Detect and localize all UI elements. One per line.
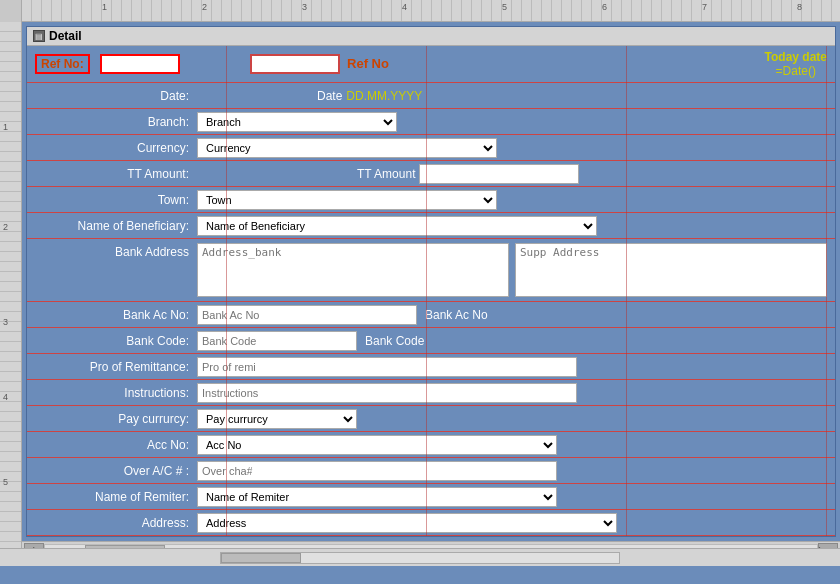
branch-select[interactable]: Branch: [197, 112, 397, 132]
currency-label: Currency:: [27, 141, 197, 155]
bank-ac-no-row: Bank Ac No: Bank Ac No: [27, 302, 835, 328]
beneficiary-select[interactable]: Name of Beneficiary: [197, 216, 597, 236]
bank-code-placeholder: Bank Code: [365, 334, 424, 348]
today-date-box: Today date =Date(): [765, 50, 827, 78]
ref-no-input[interactable]: [100, 54, 180, 74]
detail-icon: ▤: [33, 30, 45, 42]
acc-no-select[interactable]: Acc No: [197, 435, 557, 455]
bank-ac-no-input[interactable]: [197, 305, 417, 325]
address-select[interactable]: Address: [197, 513, 617, 533]
scrollbar-track-h[interactable]: [44, 544, 818, 549]
beneficiary-field-col: Name of Beneficiary: [197, 216, 835, 236]
date-label: Date:: [27, 89, 197, 103]
remiter-row: Name of Remiter: Name of Remiter: [27, 484, 835, 510]
town-label: Town:: [27, 193, 197, 207]
beneficiary-row: Name of Beneficiary: Name of Beneficiary: [27, 213, 835, 239]
h-scrollbar[interactable]: ◀ ▶: [22, 541, 840, 548]
ref-no-field[interactable]: [250, 54, 340, 74]
remiter-select[interactable]: Name of Remiter: [197, 487, 557, 507]
today-date-formula: =Date(): [765, 64, 827, 78]
town-row: Town: Town: [27, 187, 835, 213]
date-inline-label: Date: [317, 89, 342, 103]
tt-amount-inline-label: TT Amount: [357, 167, 415, 181]
bottom-scrollbar-track[interactable]: [220, 552, 620, 564]
remiter-field-col: Name of Remiter: [197, 487, 835, 507]
over-ac-field-col: Over cha#: [197, 461, 835, 481]
acc-no-row: Acc No: Acc No: [27, 432, 835, 458]
address-row: Address: Address: [27, 510, 835, 536]
bottom-scrollbar-thumb[interactable]: [221, 553, 301, 563]
pro-of-remittance-placeholder: Pro of remi: [341, 360, 400, 374]
instructions-label: Instructions:: [27, 386, 197, 400]
remiter-label: Name of Remiter:: [27, 490, 197, 504]
currency-select[interactable]: Currency: [197, 138, 497, 158]
town-field-col: Town: [197, 190, 835, 210]
detail-title-bar: ▤ Detail: [27, 27, 835, 46]
bank-code-input[interactable]: [197, 331, 357, 351]
scroll-right-btn[interactable]: ▶: [818, 543, 838, 549]
bank-address-label: Bank Address: [27, 239, 197, 301]
ref-no-label: Ref No:: [35, 54, 90, 74]
beneficiary-label: Name of Beneficiary:: [27, 219, 197, 233]
instructions-placeholder: Instructions: [341, 386, 402, 400]
tt-amount-field-col: TT Amount: [197, 164, 835, 184]
bank-ac-no-label: Bank Ac No:: [27, 308, 197, 322]
grid-container: Ref No: Ref No Today date =Date() Date:: [27, 46, 835, 536]
pay-currency-row: Pay currurcy: Pay currurcy: [27, 406, 835, 432]
ruler-corner: [0, 0, 22, 22]
bank-ac-no-field-col: Bank Ac No: [197, 305, 835, 325]
bank-code-row: Bank Code: Bank Code: [27, 328, 835, 354]
over-ac-row: Over A/C # : Over cha#: [27, 458, 835, 484]
currency-row: Currency: Currency: [27, 135, 835, 161]
pro-of-remittance-label: Pro of Remittance:: [27, 360, 197, 374]
ruler-left: 1 2 3 4 5: [0, 22, 22, 548]
supp-address-textarea[interactable]: [515, 243, 827, 297]
date-placeholder: DD.MM.YYYY: [346, 89, 422, 103]
bottom-bar: [0, 548, 840, 566]
branch-field-col: Branch: [197, 112, 835, 132]
tt-amount-label: TT Amount:: [27, 167, 197, 181]
detail-panel: ▤ Detail Ref No: Ref No Today date =: [26, 26, 836, 537]
tt-amount-input[interactable]: [419, 164, 579, 184]
ref-no-field-label-text: Ref No: [250, 54, 389, 74]
scrollbar-thumb-h[interactable]: [85, 545, 165, 549]
currency-field-col: Currency: [197, 138, 835, 158]
over-ac-placeholder: Over cha#: [251, 464, 306, 478]
branch-row: Branch: Branch: [27, 109, 835, 135]
ref-no-row: Ref No: Ref No Today date =Date(): [27, 46, 835, 83]
instructions-row: Instructions: Instructions: [27, 380, 835, 406]
bank-code-label: Bank Code:: [27, 334, 197, 348]
bank-code-field-col: Bank Code: [197, 331, 835, 351]
content-area: ▤ Detail Ref No: Ref No Today date =: [22, 22, 840, 548]
pay-currency-field-col: Pay currurcy: [197, 409, 835, 429]
pro-of-remittance-row: Pro of Remittance: Pro of remi: [27, 354, 835, 380]
detail-title: Detail: [49, 29, 82, 43]
acc-no-field-col: Acc No: [197, 435, 835, 455]
bank-ac-no-placeholder: Bank Ac No: [425, 308, 488, 322]
bank-address-fields: [197, 239, 835, 301]
address-bank-textarea[interactable]: [197, 243, 509, 297]
pro-of-remittance-field-col: Pro of remi: [197, 357, 835, 377]
ruler-scale: 1 2 3 4 5 6 7 8: [22, 0, 840, 21]
address-field-col: Address: [197, 513, 835, 533]
date-field-col: Date DD.MM.YYYY: [197, 89, 835, 103]
instructions-field-col: Instructions: [197, 383, 835, 403]
scroll-left-btn[interactable]: ◀: [24, 543, 44, 549]
date-row: Date: Date DD.MM.YYYY: [27, 83, 835, 109]
ref-no-display: Ref No: [347, 56, 389, 71]
pay-currency-label: Pay currurcy:: [27, 412, 197, 426]
pay-currency-select[interactable]: Pay currurcy: [197, 409, 357, 429]
branch-label: Branch:: [27, 115, 197, 129]
ruler-top: 1 2 3 4 5 6 7 8: [0, 0, 840, 22]
address-label: Address:: [27, 516, 197, 530]
over-ac-label: Over A/C # :: [27, 464, 197, 478]
bank-address-section: Bank Address: [27, 239, 835, 302]
tt-amount-row: TT Amount: TT Amount: [27, 161, 835, 187]
today-date-label: Today date: [765, 50, 827, 64]
acc-no-label: Acc No:: [27, 438, 197, 452]
town-select[interactable]: Town: [197, 190, 497, 210]
